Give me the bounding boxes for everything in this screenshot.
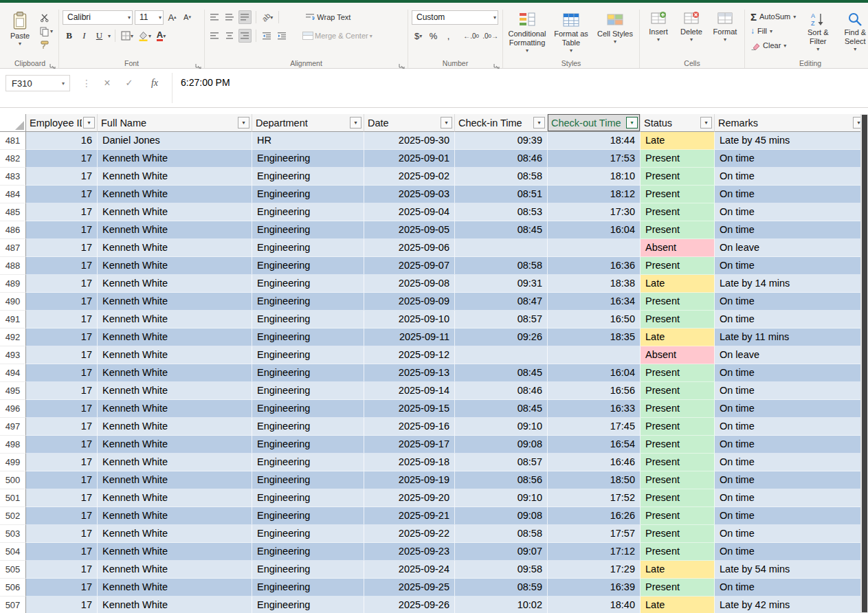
cell[interactable]: Engineering [252,471,364,489]
cell[interactable]: Kenneth White [98,471,252,489]
cell[interactable] [548,239,641,257]
row-header[interactable]: 488 [0,257,26,275]
copy-button[interactable]: ▾ [38,25,55,38]
cell[interactable]: 17 [26,471,98,489]
row-header[interactable]: 484 [0,186,26,203]
clipboard-dialog-launcher[interactable] [49,60,56,67]
column-header-remarks[interactable]: Remarks▾ [715,114,867,132]
cell[interactable]: 08:46 [455,150,548,168]
cell[interactable]: 17 [26,561,98,579]
status-cell[interactable]: Present [641,400,715,418]
cell[interactable]: On time [715,525,867,543]
cell[interactable]: 16:50 [548,311,641,328]
status-cell[interactable]: Late [641,132,715,150]
cell[interactable]: Kenneth White [98,203,252,221]
status-cell[interactable]: Present [641,168,715,186]
status-cell[interactable]: Present [641,454,715,471]
cell[interactable]: On time [715,364,867,382]
row-header[interactable]: 498 [0,436,26,454]
cell[interactable]: 2025-09-17 [364,436,455,454]
status-cell[interactable]: Present [641,150,715,168]
top-align-button[interactable] [208,10,221,24]
cell[interactable]: Engineering [252,150,364,168]
cell[interactable]: 09:08 [455,436,548,454]
row-header[interactable]: 505 [0,561,26,579]
cell[interactable]: 17 [26,257,98,275]
cell[interactable]: Kenneth White [98,597,252,613]
cell[interactable]: 17 [26,418,98,436]
cell[interactable]: Engineering [252,364,364,382]
row-header[interactable]: 482 [0,150,26,168]
decrease-decimal-button[interactable]: .00→ [482,29,499,43]
row-header[interactable]: 490 [0,293,26,311]
status-cell[interactable]: Present [641,364,715,382]
formula-input[interactable]: 6:27:00 PM [181,77,230,88]
comma-style-button[interactable]: , [442,29,455,43]
cell[interactable]: On time [715,400,867,418]
borders-button[interactable]: ▾ [120,29,135,43]
column-header-employee-id[interactable]: Employee ID▾ [26,114,98,132]
cell[interactable]: Kenneth White [98,454,252,471]
cell[interactable]: Engineering [252,275,364,293]
cell[interactable]: Kenneth White [98,436,252,454]
cell[interactable]: On time [715,203,867,221]
status-cell[interactable]: Present [641,257,715,275]
cell[interactable]: 16:26 [548,507,641,525]
cell[interactable]: 2025-09-22 [364,525,455,543]
cell[interactable]: 17 [26,454,98,471]
italic-button[interactable]: I [78,29,91,43]
cell[interactable]: On time [715,418,867,436]
row-header[interactable]: 489 [0,275,26,293]
row-header[interactable]: 483 [0,168,26,186]
cell[interactable]: 17 [26,150,98,168]
cell[interactable]: 2025-09-12 [364,346,455,364]
row-header[interactable]: 507 [0,597,26,613]
cell[interactable]: 17 [26,239,98,257]
status-cell[interactable]: Late [641,275,715,293]
cell[interactable]: 08:57 [455,454,548,471]
cell[interactable]: 2025-09-10 [364,311,455,328]
column-header-check-in-time[interactable]: Check-in Time▾ [455,114,548,132]
cell[interactable]: Late by 14 mins [715,275,867,293]
cell[interactable]: 17 [26,293,98,311]
name-box[interactable]: F310 ▾ [5,75,70,91]
cell[interactable]: 09:10 [455,489,548,507]
cell[interactable]: 17 [26,489,98,507]
cell[interactable]: 08:58 [455,525,548,543]
fill-color-button[interactable]: ▾ [137,29,153,43]
cell[interactable]: 09:08 [455,507,548,525]
status-cell[interactable]: Present [641,221,715,239]
cell[interactable]: Engineering [252,543,364,561]
vertical-scrollbar[interactable] [860,114,868,613]
cell[interactable]: 17 [26,597,98,613]
cell[interactable]: Kenneth White [98,543,252,561]
cell[interactable]: On time [715,311,867,328]
status-cell[interactable]: Late [641,597,715,613]
increase-decimal-button[interactable]: ←.00 [463,29,480,43]
cell[interactable]: 17 [26,382,98,400]
cell[interactable]: 2025-09-19 [364,471,455,489]
cell[interactable]: On time [715,507,867,525]
cell[interactable]: Late by 45 mins [715,132,867,150]
cell[interactable]: 09:26 [455,328,548,346]
cell[interactable]: 17 [26,525,98,543]
cell[interactable]: 2025-09-04 [364,203,455,221]
cell[interactable]: Kenneth White [98,561,252,579]
cell[interactable]: Daniel Jones [98,132,252,150]
bottom-align-button[interactable] [238,10,252,24]
increase-font-size-button[interactable]: A▴ [166,10,179,24]
cell[interactable] [455,346,548,364]
cell[interactable]: 18:12 [548,186,641,203]
font-size-combo[interactable]: 11 ▾ [135,10,164,25]
enter-button[interactable]: ✓ [121,76,137,91]
cell[interactable]: On time [715,221,867,239]
cell[interactable]: 18:50 [548,471,641,489]
cell[interactable]: Kenneth White [98,364,252,382]
cell[interactable]: Engineering [252,525,364,543]
cell[interactable]: On time [715,454,867,471]
middle-align-button[interactable] [223,10,236,24]
cell[interactable]: 09:39 [455,132,548,150]
filter-button-full-name[interactable]: ▾ [238,117,249,129]
filter-button-date[interactable]: ▾ [441,117,452,129]
cell[interactable]: 16:56 [548,382,641,400]
